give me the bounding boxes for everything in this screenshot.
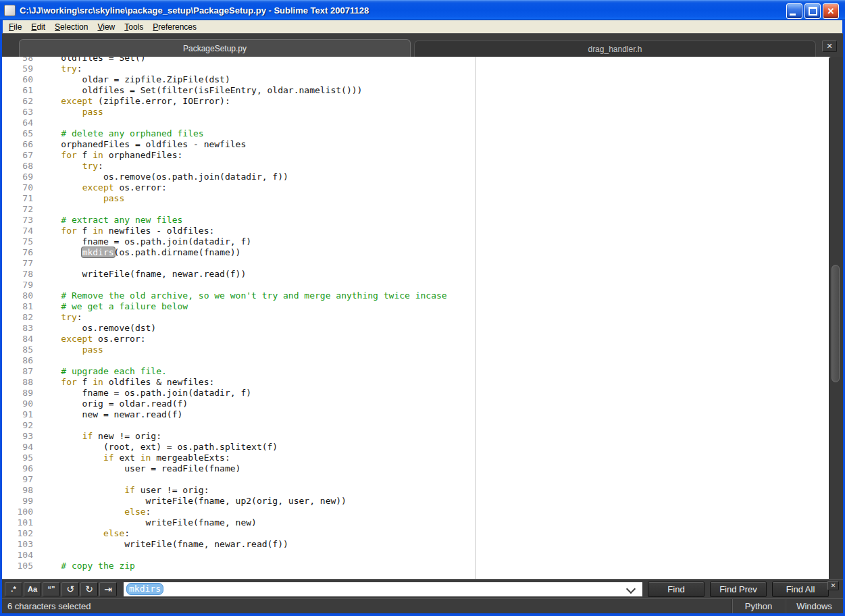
code-line-86[interactable]: 86: [2, 355, 828, 366]
code-text: if user != orig:: [40, 485, 209, 496]
code-line-91[interactable]: 91 new = newar.read(f): [2, 409, 828, 420]
line-number: 92: [2, 420, 33, 431]
close-button[interactable]: ✕: [823, 3, 839, 19]
window-titlebar[interactable]: C:\JJ\working\src\skyline\package_setup\…: [0, 0, 845, 20]
code-text: if new != orig:: [40, 431, 161, 442]
code-line-104[interactable]: 104: [2, 550, 828, 561]
application-window: C:\JJ\working\src\skyline\package_setup\…: [0, 0, 845, 616]
editor-pane[interactable]: 58 oldfiles = Set()59 try:60 oldar = zip…: [2, 57, 843, 579]
tab-close-button[interactable]: ✕: [822, 41, 837, 52]
line-number: 96: [2, 463, 33, 474]
code-line-63[interactable]: 63 pass: [2, 107, 828, 118]
line-number: 62: [2, 96, 33, 107]
code-line-92[interactable]: 92: [2, 420, 828, 431]
code-line-102[interactable]: 102 else:: [2, 528, 828, 539]
chevron-down-icon[interactable]: [626, 584, 636, 593]
pane-divider[interactable]: [475, 57, 476, 579]
scrollbar-thumb[interactable]: [831, 265, 840, 382]
code-line-89[interactable]: 89 fname = os.path.join(datadir, f): [2, 388, 828, 399]
code-line-80[interactable]: 80 # Remove the old archive, so we won't…: [2, 290, 828, 301]
code-line-105[interactable]: 105 # copy the zip: [2, 561, 828, 571]
line-number: 101: [2, 517, 33, 528]
menu-file[interactable]: File: [4, 21, 26, 33]
reverse-toggle[interactable]: ↻: [80, 582, 98, 596]
minimize-button[interactable]: [786, 3, 802, 19]
code-line-93[interactable]: 93 if new != orig:: [2, 431, 828, 442]
code-line-58[interactable]: 58 oldfiles = Set(): [2, 57, 828, 63]
case-sensitive-toggle[interactable]: Aa: [24, 582, 41, 596]
find-all-button[interactable]: Find All: [772, 582, 829, 597]
find-close-button[interactable]: ✕: [827, 581, 839, 590]
code-text: try:: [40, 161, 103, 172]
code-line-71[interactable]: 71 pass: [2, 193, 828, 204]
code-line-69[interactable]: 69 os.remove(os.path.join(datadir, f)): [2, 172, 828, 182]
line-number: 65: [2, 128, 33, 139]
code-line-68[interactable]: 68 try:: [2, 161, 828, 172]
code-line-97[interactable]: 97: [2, 474, 828, 485]
code-line-77[interactable]: 77: [2, 258, 828, 269]
code-line-87[interactable]: 87 # upgrade each file.: [2, 366, 828, 377]
regex-toggle[interactable]: .*: [5, 582, 22, 596]
code-line-94[interactable]: 94 (root, ext) = os.path.splitext(f): [2, 442, 828, 453]
code-line-74[interactable]: 74 for f in newfiles - oldfiles:: [2, 226, 828, 236]
code-line-84[interactable]: 84 except os.error:: [2, 334, 828, 344]
code-line-73[interactable]: 73 # extract any new files: [2, 215, 828, 226]
code-line-85[interactable]: 85 pass: [2, 344, 828, 355]
find-input[interactable]: mkdirs: [124, 582, 642, 596]
menu-edit[interactable]: Edit: [26, 21, 50, 33]
line-number: 94: [2, 442, 33, 453]
tab-packagesetup-py[interactable]: PackageSetup.py: [19, 39, 411, 57]
code-line-79[interactable]: 79: [2, 280, 828, 290]
wrap-toggle[interactable]: ↺: [61, 582, 79, 596]
code-line-100[interactable]: 100 else:: [2, 507, 828, 517]
code-text: user = readFile(fname): [40, 463, 240, 474]
line-endings-mode[interactable]: Windows: [785, 599, 843, 613]
code-line-103[interactable]: 103 writeFile(fname, newar.read(f)): [2, 539, 828, 550]
code-line-99[interactable]: 99 writeFile(fname, up2(orig, user, new)…: [2, 496, 828, 507]
code-line-78[interactable]: 78 writeFile(fname, newar.read(f)): [2, 269, 828, 280]
tab-drag-handler-h[interactable]: drag_handler.h: [414, 41, 816, 57]
vertical-scrollbar[interactable]: [829, 57, 843, 579]
code-area[interactable]: 58 oldfiles = Set()59 try:60 oldar = zip…: [2, 57, 828, 571]
maximize-button[interactable]: [804, 3, 821, 19]
code-text: oldfiles = Set(): [40, 57, 146, 63]
code-line-62[interactable]: 62 except (zipfile.error, IOError):: [2, 96, 828, 107]
code-line-76[interactable]: 76 mkdirs(os.path.dirname(fname)): [2, 247, 828, 258]
menu-selection[interactable]: Selection: [50, 21, 93, 33]
menu-view[interactable]: View: [93, 21, 120, 33]
code-line-90[interactable]: 90 orig = oldar.read(f): [2, 399, 828, 409]
menu-preferences[interactable]: Preferences: [148, 21, 201, 33]
code-line-64[interactable]: 64: [2, 118, 828, 128]
code-text: fname = os.path.join(datadir, f): [40, 388, 251, 399]
code-line-66[interactable]: 66 orphanedFiles = oldfiles - newfiles: [2, 139, 828, 150]
code-line-61[interactable]: 61 oldfiles = Set(filter(isFileEntry, ol…: [2, 85, 828, 96]
code-line-67[interactable]: 67 for f in orphanedFiles:: [2, 150, 828, 161]
code-line-72[interactable]: 72: [2, 204, 828, 215]
whole-word-toggle[interactable]: “”: [43, 582, 60, 596]
line-number: 68: [2, 161, 33, 172]
find-prev-button[interactable]: Find Prev: [710, 582, 767, 597]
code-line-65[interactable]: 65 # delete any orphaned files: [2, 128, 828, 139]
find-button[interactable]: Find: [648, 582, 705, 597]
line-number: 104: [2, 550, 33, 561]
code-line-88[interactable]: 88 for f in oldfiles & newfiles:: [2, 377, 828, 388]
in-selection-toggle[interactable]: ⇥: [99, 582, 117, 596]
line-number: 64: [2, 118, 33, 128]
code-line-96[interactable]: 96 user = readFile(fname): [2, 463, 828, 474]
line-number: 61: [2, 85, 33, 96]
code-line-98[interactable]: 98 if user != orig:: [2, 485, 828, 496]
code-line-70[interactable]: 70 except os.error:: [2, 182, 828, 193]
code-line-83[interactable]: 83 os.remove(dst): [2, 323, 828, 334]
close-icon: ✕: [831, 582, 836, 589]
code-line-60[interactable]: 60 oldar = zipfile.ZipFile(dst): [2, 74, 828, 85]
menu-tools[interactable]: Tools: [120, 21, 148, 33]
syntax-mode[interactable]: Python: [732, 599, 785, 613]
line-number: 97: [2, 474, 33, 485]
line-number: 83: [2, 323, 33, 334]
code-line-82[interactable]: 82 try:: [2, 312, 828, 323]
code-line-75[interactable]: 75 fname = os.path.join(datadir, f): [2, 236, 828, 247]
code-line-95[interactable]: 95 if ext in mergeableExts:: [2, 453, 828, 463]
code-line-81[interactable]: 81 # we get a failure below: [2, 301, 828, 312]
code-line-101[interactable]: 101 writeFile(fname, new): [2, 517, 828, 528]
code-line-59[interactable]: 59 try:: [2, 63, 828, 74]
